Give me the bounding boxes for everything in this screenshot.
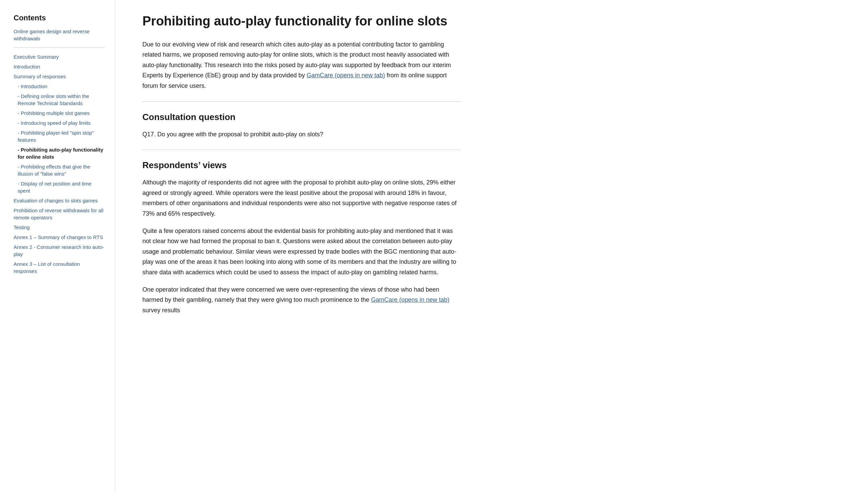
sidebar-nav-link[interactable]: Prohibition of reverse withdrawals for a…	[14, 207, 105, 221]
sidebar-nav-link[interactable]: Evaluation of changes to slots games	[14, 197, 105, 204]
sidebar-nav-link[interactable]: Executive Summary	[14, 53, 105, 60]
gamcare-link-2[interactable]: GamCare (opens in new tab)	[371, 296, 449, 303]
section-divider-2	[142, 150, 461, 150]
sidebar-top-link[interactable]: Online games design and reverse withdraw…	[14, 28, 105, 42]
sidebar-nav-link[interactable]: - Defining online slots within the Remot…	[14, 93, 105, 107]
sidebar-nav-link[interactable]: - Prohibiting auto-play functionality fo…	[14, 146, 105, 160]
sidebar-nav-link[interactable]: - Prohibiting player-led "spin stop" fea…	[14, 129, 105, 143]
respondents-para3: One operator indicated that they were co…	[142, 284, 461, 316]
sidebar-links: Executive SummaryIntroductionSummary of …	[14, 53, 105, 275]
main-content: Prohibiting auto-play functionality for …	[115, 0, 488, 493]
respondents-para3-end: survey results	[142, 307, 180, 314]
gamcare-link-1[interactable]: GamCare (opens in new tab)	[307, 72, 385, 79]
consultation-text: Q17. Do you agree with the proposal to p…	[142, 129, 461, 140]
respondents-para1: Although the majority of respondents did…	[142, 177, 461, 219]
sidebar-title: Contents	[14, 14, 105, 22]
respondents-para2: Quite a few operators raised concerns ab…	[142, 226, 461, 278]
page-title: Prohibiting auto-play functionality for …	[142, 14, 461, 29]
sidebar-nav-link[interactable]: Summary of responses	[14, 73, 105, 80]
sidebar-nav-link[interactable]: - Introducing speed of play limits	[14, 119, 105, 126]
sidebar-nav-link[interactable]: Annex 3 – List of consultation responses	[14, 260, 105, 275]
sidebar-divider	[14, 47, 105, 48]
consultation-heading: Consultation question	[142, 112, 461, 122]
sidebar-nav-link[interactable]: - Display of net position and time spent	[14, 180, 105, 194]
respondents-heading: Respondents’ views	[142, 160, 461, 171]
section-divider-1	[142, 101, 461, 102]
sidebar-nav-link[interactable]: Annex 1 – Summary of changes to RTS	[14, 234, 105, 241]
sidebar-nav-link[interactable]: - Prohibiting effects that give the illu…	[14, 163, 105, 177]
sidebar: Contents Online games design and reverse…	[0, 0, 115, 493]
intro-paragraph: Due to our evolving view of risk and res…	[142, 39, 461, 91]
sidebar-nav-link[interactable]: Testing	[14, 224, 105, 231]
sidebar-nav-link[interactable]: Introduction	[14, 63, 105, 70]
sidebar-nav-link[interactable]: Annex 2 - Consumer research into auto-pl…	[14, 243, 105, 258]
sidebar-nav-link[interactable]: - Prohibiting multiple slot games	[14, 110, 105, 117]
sidebar-nav-link[interactable]: - Introduction	[14, 83, 105, 90]
